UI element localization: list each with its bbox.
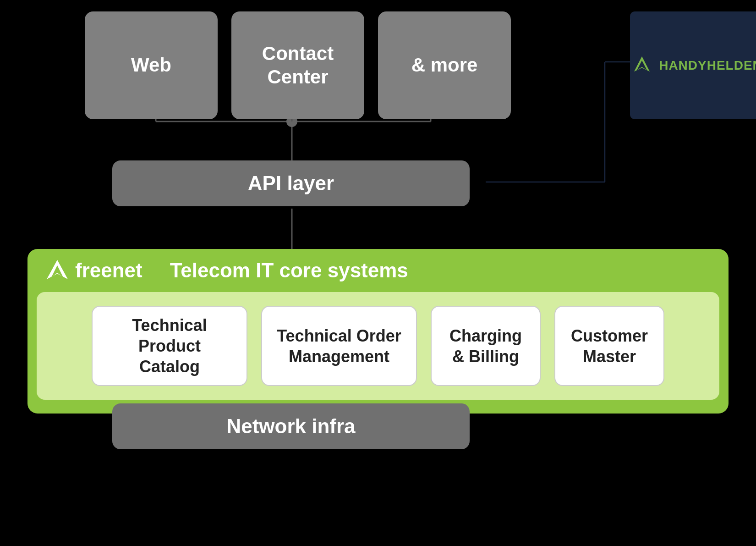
handyhelden-icon: [630, 54, 653, 77]
more-box: & more: [378, 11, 511, 119]
technical-order-management-label: Technical OrderManagement: [277, 325, 401, 367]
contact-center-box: ContactCenter: [231, 11, 364, 119]
charging-billing-box: Charging& Billing: [431, 306, 541, 386]
core-systems-outer: freenet Telecom IT core systems Technica…: [27, 249, 729, 414]
core-systems-header: freenet Telecom IT core systems: [27, 249, 729, 292]
freenet-logo: freenet: [46, 259, 142, 282]
contact-center-label: ContactCenter: [262, 42, 334, 88]
handyhelden-box: HANDYHELDEN: [630, 11, 756, 119]
network-infra-label: Network infra: [226, 415, 355, 438]
freenet-text: freenet: [75, 259, 142, 282]
web-channel-box: Web: [85, 11, 218, 119]
api-layer-box: API layer: [112, 160, 470, 206]
architecture-diagram: Web ContactCenter & more HANDYHELDEN API…: [0, 0, 756, 546]
core-systems-title: Telecom IT core systems: [170, 259, 408, 282]
network-infra-container: Network infra: [112, 403, 470, 449]
handyhelden-logo: HANDYHELDEN: [630, 54, 756, 77]
core-systems-section: freenet Telecom IT core systems Technica…: [27, 249, 729, 414]
technical-product-catalog-label: Technical ProductCatalog: [102, 315, 237, 377]
freenet-icon: [46, 259, 69, 282]
technical-order-management-box: Technical OrderManagement: [261, 306, 417, 386]
charging-billing-label: Charging& Billing: [449, 325, 522, 367]
more-label: & more: [411, 54, 478, 77]
technical-product-catalog-box: Technical ProductCatalog: [92, 306, 247, 386]
api-layer-label: API layer: [248, 172, 334, 195]
customer-master-label: CustomerMaster: [571, 325, 648, 367]
web-label: Web: [131, 54, 171, 77]
network-infra-box: Network infra: [112, 403, 470, 449]
customer-master-box: CustomerMaster: [554, 306, 664, 386]
core-systems-inner: Technical ProductCatalog Technical Order…: [37, 292, 719, 400]
api-layer-container: API layer: [112, 160, 470, 206]
handyhelden-text: HANDYHELDEN: [659, 58, 756, 73]
